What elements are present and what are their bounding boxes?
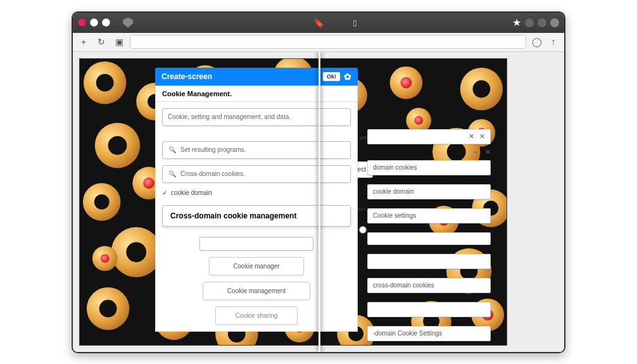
svg-point-6 [108,135,127,154]
right-bar-8[interactable] [367,302,491,317]
close-icon[interactable]: ✕ [485,148,491,156]
right-bar-4[interactable]: Cookie settings [367,208,491,223]
right-bar-6[interactable] [367,254,491,269]
svg-point-10 [126,242,146,262]
close-icon[interactable]: ✕ [469,132,474,141]
tab-divider-icon: ▯ [353,18,357,27]
titlebar: 🔖 ▯ ★ [73,13,564,33]
check-icon: ✓ [162,189,167,196]
right-bar-7[interactable]: cross-domain cookies [367,278,491,293]
settings-dialog: Create-screen Ok! ✿ Cookie Management. C… [155,68,358,332]
field-label: Cross-domain cookies. [180,170,245,177]
bookmark-icon[interactable]: 🔖 [313,18,324,28]
search-icon: 🔍 [168,170,177,177]
radio-option-2[interactable] [359,226,367,234]
field-cross-domain[interactable]: 🔍 Cross-domain cookies. [162,165,351,183]
blank-field[interactable] [199,237,313,251]
field-search-programs[interactable]: 🔍 Set resulting programs. [162,141,351,159]
right-bar-1[interactable]: ✕ ✕ [367,129,491,144]
cookie-manager-button[interactable]: Cookie manager [209,257,304,275]
field-label: Set resulting programs. [180,146,246,153]
window-controls [78,18,110,27]
browser-window: 🔖 ▯ ★ + ↻ ▣ ◯ ↑ [72,11,565,353]
svg-point-36 [400,77,412,88]
section-heading: Cross-domain cookie management [162,205,351,227]
cookie-sharing-button[interactable]: Cookie sharing [215,306,298,325]
titlebar-dot-1[interactable] [525,18,534,27]
cookie-management-button[interactable]: Cookie management [203,282,310,300]
right-bar-3[interactable]: cookie domain [367,184,491,199]
svg-point-16 [472,80,490,97]
url-bar[interactable] [130,35,526,49]
window-close-dot[interactable] [78,18,86,27]
page-split [318,52,320,352]
titlebar-dot-2[interactable] [538,18,546,27]
svg-point-2 [96,73,114,91]
new-tab-button[interactable]: + [77,35,91,49]
right-bar-2[interactable]: domain cookies [367,160,491,175]
svg-point-8 [94,194,110,210]
window-minimize-dot[interactable] [90,18,98,27]
toolbar: + ↻ ▣ ◯ ↑ [73,33,564,52]
right-bar-9[interactable]: -domain Cookie Settings [367,326,491,341]
close-icon[interactable]: ✕ [479,132,485,141]
right-bar-stack: ✕ ✕ ᠆ ✕ domain cookies cookie domain Coo… [367,129,491,341]
dialog-header: Create-screen Ok! ✿ [155,68,358,85]
right-bar-5[interactable] [367,232,491,245]
content-area: Create-screen Ok! ✿ Cookie Management. C… [73,52,564,352]
dialog-title: Create-screen [161,72,212,81]
svg-point-38 [143,177,155,189]
dialog-subtitle: Cookie Management. [155,85,358,102]
shield-icon [123,18,133,28]
home-button[interactable]: ▣ [112,35,126,49]
right-sidebar [507,52,564,352]
titlebar-dot-3[interactable] [550,18,559,27]
circle-icon[interactable]: ◯ [530,35,544,49]
ok-button[interactable]: Ok! [323,72,340,81]
under-label-2: cookie domain [171,189,211,196]
star-icon[interactable]: ★ [512,16,521,28]
field-label: Cookie, setting and management, and data… [168,113,291,120]
search-icon: 🔍 [168,146,177,153]
field-cookie-settings[interactable]: Cookie, setting and management, and data… [162,108,351,126]
reload-button[interactable]: ↻ [94,35,108,49]
svg-point-40 [101,254,110,263]
minimize-icon[interactable]: ᠆ [472,148,479,156]
up-arrow-icon[interactable]: ↑ [546,35,560,49]
window-maximize-dot[interactable] [102,18,110,27]
gear-icon[interactable]: ✿ [344,72,351,82]
svg-point-12 [99,299,117,317]
svg-point-52 [414,116,423,125]
